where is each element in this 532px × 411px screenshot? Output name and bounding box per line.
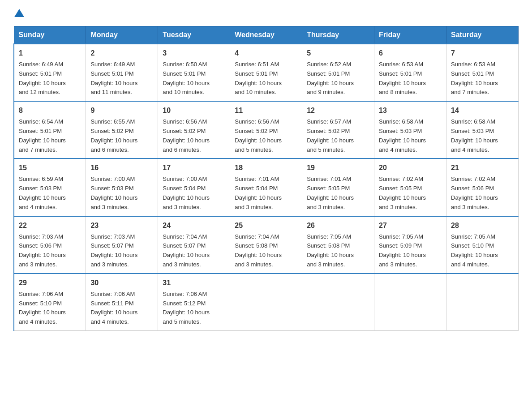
day-info: Sunrise: 7:01 AMSunset: 5:05 PMDaylight:… (307, 175, 369, 212)
calendar-cell (374, 274, 446, 331)
day-info: Sunrise: 6:53 AMSunset: 5:01 PMDaylight:… (379, 60, 442, 97)
calendar-cell: 16 Sunrise: 7:00 AMSunset: 5:03 PMDaylig… (86, 158, 158, 216)
header-cell-sunday: Sunday (14, 26, 86, 44)
calendar-cell: 25 Sunrise: 7:04 AMSunset: 5:08 PMDaylig… (230, 216, 302, 274)
day-info: Sunrise: 6:53 AMSunset: 5:01 PMDaylight:… (451, 60, 514, 97)
calendar-week-row: 1 Sunrise: 6:49 AMSunset: 5:01 PMDayligh… (14, 44, 519, 101)
day-info: Sunrise: 6:58 AMSunset: 5:03 PMDaylight:… (379, 117, 442, 154)
day-number: 8 (19, 105, 81, 116)
day-info: Sunrise: 7:05 AMSunset: 5:08 PMDaylight:… (307, 232, 369, 270)
calendar-cell: 19 Sunrise: 7:01 AMSunset: 5:05 PMDaylig… (302, 158, 374, 216)
day-number: 4 (235, 48, 297, 59)
day-number: 6 (379, 48, 442, 59)
day-number: 27 (379, 220, 442, 231)
day-number: 31 (163, 278, 225, 288)
calendar-table: SundayMondayTuesdayWednesdayThursdayFrid… (13, 26, 519, 331)
day-info: Sunrise: 6:49 AMSunset: 5:01 PMDaylight:… (19, 60, 81, 97)
header-cell-thursday: Thursday (302, 26, 374, 44)
day-info: Sunrise: 7:03 AMSunset: 5:07 PMDaylight:… (90, 232, 153, 270)
calendar-cell: 12 Sunrise: 6:57 AMSunset: 5:02 PMDaylig… (302, 101, 374, 158)
day-number: 16 (90, 163, 153, 173)
page-header (13, 9, 519, 17)
calendar-cell (446, 274, 519, 331)
calendar-cell: 17 Sunrise: 7:00 AMSunset: 5:04 PMDaylig… (158, 158, 230, 216)
day-info: Sunrise: 7:02 AMSunset: 5:05 PMDaylight:… (379, 175, 442, 212)
calendar-cell: 28 Sunrise: 7:05 AMSunset: 5:10 PMDaylig… (446, 216, 519, 274)
calendar-header-row: SundayMondayTuesdayWednesdayThursdayFrid… (14, 26, 519, 44)
calendar-cell (230, 274, 302, 331)
day-number: 28 (451, 220, 514, 231)
day-number: 29 (19, 278, 81, 288)
header-cell-saturday: Saturday (446, 26, 519, 44)
day-number: 10 (163, 105, 225, 116)
day-info: Sunrise: 7:02 AMSunset: 5:06 PMDaylight:… (451, 175, 514, 212)
day-info: Sunrise: 6:52 AMSunset: 5:01 PMDaylight:… (307, 60, 369, 97)
day-number: 30 (90, 278, 153, 288)
calendar-cell: 6 Sunrise: 6:53 AMSunset: 5:01 PMDayligh… (374, 44, 446, 101)
header-cell-wednesday: Wednesday (230, 26, 302, 44)
day-number: 14 (451, 105, 514, 116)
calendar-cell: 4 Sunrise: 6:51 AMSunset: 5:01 PMDayligh… (230, 44, 302, 101)
logo-triangle-icon (14, 9, 24, 17)
day-info: Sunrise: 6:51 AMSunset: 5:01 PMDaylight:… (235, 60, 297, 97)
day-info: Sunrise: 7:06 AMSunset: 5:10 PMDaylight:… (19, 290, 81, 327)
day-info: Sunrise: 6:54 AMSunset: 5:01 PMDaylight:… (19, 117, 81, 154)
day-number: 3 (163, 48, 225, 59)
day-info: Sunrise: 6:58 AMSunset: 5:03 PMDaylight:… (451, 117, 514, 154)
calendar-cell: 11 Sunrise: 6:56 AMSunset: 5:02 PMDaylig… (230, 101, 302, 158)
calendar-cell: 22 Sunrise: 7:03 AMSunset: 5:06 PMDaylig… (14, 216, 86, 274)
day-number: 13 (379, 105, 442, 116)
calendar-cell: 9 Sunrise: 6:55 AMSunset: 5:02 PMDayligh… (86, 101, 158, 158)
day-info: Sunrise: 7:06 AMSunset: 5:12 PMDaylight:… (163, 290, 225, 327)
calendar-cell: 30 Sunrise: 7:06 AMSunset: 5:11 PMDaylig… (86, 274, 158, 331)
calendar-cell: 15 Sunrise: 6:59 AMSunset: 5:03 PMDaylig… (14, 158, 86, 216)
day-info: Sunrise: 6:57 AMSunset: 5:02 PMDaylight:… (307, 117, 369, 154)
day-number: 7 (451, 48, 514, 59)
calendar-cell: 23 Sunrise: 7:03 AMSunset: 5:07 PMDaylig… (86, 216, 158, 274)
calendar-cell: 10 Sunrise: 6:56 AMSunset: 5:02 PMDaylig… (158, 101, 230, 158)
header-cell-monday: Monday (86, 26, 158, 44)
calendar-cell: 1 Sunrise: 6:49 AMSunset: 5:01 PMDayligh… (14, 44, 86, 101)
calendar-cell: 8 Sunrise: 6:54 AMSunset: 5:01 PMDayligh… (14, 101, 86, 158)
calendar-cell: 14 Sunrise: 6:58 AMSunset: 5:03 PMDaylig… (446, 101, 519, 158)
day-number: 12 (307, 105, 369, 116)
calendar-week-row: 29 Sunrise: 7:06 AMSunset: 5:10 PMDaylig… (14, 274, 519, 331)
day-number: 11 (235, 105, 297, 116)
day-number: 17 (163, 163, 225, 173)
calendar-week-row: 8 Sunrise: 6:54 AMSunset: 5:01 PMDayligh… (14, 101, 519, 158)
day-number: 24 (163, 220, 225, 231)
day-number: 22 (19, 220, 81, 231)
calendar-cell: 7 Sunrise: 6:53 AMSunset: 5:01 PMDayligh… (446, 44, 519, 101)
calendar-week-row: 22 Sunrise: 7:03 AMSunset: 5:06 PMDaylig… (14, 216, 519, 274)
day-info: Sunrise: 7:04 AMSunset: 5:08 PMDaylight:… (235, 232, 297, 270)
calendar-cell: 31 Sunrise: 7:06 AMSunset: 5:12 PMDaylig… (158, 274, 230, 331)
calendar-week-row: 15 Sunrise: 6:59 AMSunset: 5:03 PMDaylig… (14, 158, 519, 216)
calendar-cell: 20 Sunrise: 7:02 AMSunset: 5:05 PMDaylig… (374, 158, 446, 216)
day-info: Sunrise: 6:56 AMSunset: 5:02 PMDaylight:… (235, 117, 297, 154)
day-info: Sunrise: 7:03 AMSunset: 5:06 PMDaylight:… (19, 232, 81, 270)
calendar-cell: 3 Sunrise: 6:50 AMSunset: 5:01 PMDayligh… (158, 44, 230, 101)
logo (13, 9, 24, 17)
svg-marker-0 (14, 9, 24, 17)
day-number: 1 (19, 48, 81, 59)
day-number: 9 (90, 105, 153, 116)
header-cell-friday: Friday (374, 26, 446, 44)
day-info: Sunrise: 6:55 AMSunset: 5:02 PMDaylight:… (90, 117, 153, 154)
calendar-cell: 18 Sunrise: 7:01 AMSunset: 5:04 PMDaylig… (230, 158, 302, 216)
calendar-cell: 29 Sunrise: 7:06 AMSunset: 5:10 PMDaylig… (14, 274, 86, 331)
day-info: Sunrise: 6:59 AMSunset: 5:03 PMDaylight:… (19, 175, 81, 212)
day-info: Sunrise: 6:49 AMSunset: 5:01 PMDaylight:… (90, 60, 153, 97)
day-info: Sunrise: 6:50 AMSunset: 5:01 PMDaylight:… (163, 60, 225, 97)
calendar-cell: 2 Sunrise: 6:49 AMSunset: 5:01 PMDayligh… (86, 44, 158, 101)
day-info: Sunrise: 7:00 AMSunset: 5:03 PMDaylight:… (90, 175, 153, 212)
calendar-cell: 21 Sunrise: 7:02 AMSunset: 5:06 PMDaylig… (446, 158, 519, 216)
day-number: 26 (307, 220, 369, 231)
calendar-cell: 26 Sunrise: 7:05 AMSunset: 5:08 PMDaylig… (302, 216, 374, 274)
day-number: 19 (307, 163, 369, 173)
day-number: 21 (451, 163, 514, 173)
day-number: 2 (90, 48, 153, 59)
day-info: Sunrise: 7:04 AMSunset: 5:07 PMDaylight:… (163, 232, 225, 270)
day-number: 20 (379, 163, 442, 173)
day-number: 5 (307, 48, 369, 59)
day-info: Sunrise: 7:05 AMSunset: 5:10 PMDaylight:… (451, 232, 514, 270)
